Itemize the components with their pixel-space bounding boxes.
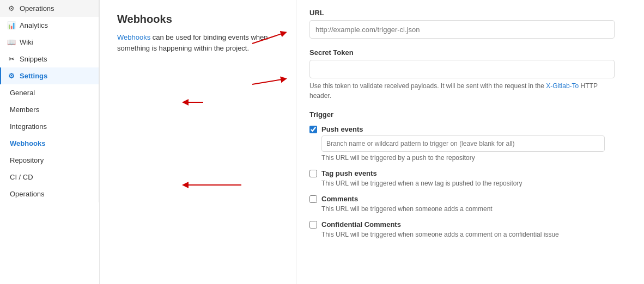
trigger-desc-tag-push-events: This URL will be triggered when a new ta… [321,180,631,187]
x-gitlab-link[interactable]: X-Gitlab-To [546,82,579,90]
webhooks-link[interactable]: Webhooks [117,33,150,41]
sidebar-item-members[interactable]: Members [0,101,99,118]
trigger-name-tag-push-events: Tag push events [321,169,377,177]
trigger-checkbox-push-events[interactable] [309,126,317,133]
sidebar-label-snippets: Snippets [20,55,47,63]
sidebar-label-members: Members [10,106,39,114]
trigger-checkbox-tag-push-events[interactable] [309,170,317,177]
url-input[interactable] [309,20,615,39]
sidebar-icon-settings: ⚙ [8,72,15,80]
secret-token-label: Secret Token [309,48,631,57]
sidebar-label-analytics: Analytics [20,21,48,29]
trigger-row-confidential-comments: Confidential Comments [309,220,631,229]
trigger-checkbox-confidential-comments[interactable] [309,221,317,229]
trigger-name-confidential-comments: Confidential Comments [321,220,401,229]
sidebar-item-operations-top[interactable]: ⚙Operations [0,0,99,17]
sidebar-icon-analytics: 📊 [8,22,15,29]
sidebar-icon-operations-top: ⚙ [8,5,15,13]
secret-token-form-group: Secret Token Use this token to validate … [309,48,631,101]
sidebar-label-repository: Repository [10,156,44,164]
sidebar: ⚙Operations📊Analytics📖Wiki✂Snippets⚙Sett… [0,0,99,284]
page-title: Webhooks [117,13,278,26]
svg-line-4 [252,79,285,84]
page-description: Webhooks can be used for binding events … [117,32,278,53]
secret-token-input[interactable] [309,60,615,78]
url-input-wrapper [309,20,631,39]
sidebar-icon-snippets: ✂ [8,55,15,63]
trigger-desc-confidential-comments: This URL will be triggered when someone … [321,231,631,238]
sidebar-item-snippets[interactable]: ✂Snippets [0,51,99,67]
sidebar-icon-wiki: 📖 [8,39,15,46]
trigger-checkbox-comments[interactable] [309,195,317,203]
sidebar-item-webhooks[interactable]: Webhooks [0,135,99,152]
trigger-desc-push-events: This URL will be triggered by a push to … [321,154,631,162]
trigger-row-push-events: Push events [309,125,631,133]
secret-token-hint: Use this token to validate received payl… [309,81,615,101]
trigger-form-group: Trigger Push eventsThis URL will be trig… [309,110,631,238]
trigger-section-label: Trigger [309,110,631,119]
sidebar-label-general: General [10,89,35,97]
sidebar-label-operations-bottom: Operations [10,190,45,198]
trigger-desc-comments: This URL will be triggered when someone … [321,205,631,213]
trigger-item-comments: CommentsThis URL will be triggered when … [309,195,631,213]
trigger-name-comments: Comments [321,195,358,203]
sidebar-item-wiki[interactable]: 📖Wiki [0,34,99,51]
trigger-branch-input-push-events[interactable] [321,135,605,152]
trigger-name-push-events: Push events [321,125,363,133]
sidebar-label-integrations: Integrations [10,122,47,131]
sidebar-item-integrations[interactable]: Integrations [0,118,99,135]
sidebar-label-wiki: Wiki [20,38,33,46]
trigger-item-confidential-comments: Confidential CommentsThis URL will be tr… [309,220,631,238]
sidebar-item-settings[interactable]: ⚙Settings [0,67,99,84]
sidebar-label-operations-top: Operations [20,4,54,13]
url-label: URL [309,9,631,17]
sidebar-item-operations-bottom[interactable]: Operations [0,186,99,202]
right-panel: URL Secret Token Use this token to valid… [296,0,644,284]
trigger-row-comments: Comments [309,195,631,203]
sidebar-label-ci-cd: CI / CD [10,173,33,181]
main-content: Webhooks Webhooks can be used for bindin… [100,0,644,284]
sidebar-item-repository[interactable]: Repository [0,152,99,169]
url-form-group: URL [309,9,631,39]
trigger-list: Push eventsThis URL will be triggered by… [309,125,631,238]
trigger-item-push-events: Push eventsThis URL will be triggered by… [309,125,631,162]
sidebar-label-settings: Settings [20,72,47,80]
sidebar-item-ci-cd[interactable]: CI / CD [0,169,99,186]
trigger-row-tag-push-events: Tag push events [309,169,631,177]
trigger-item-tag-push-events: Tag push eventsThis URL will be triggere… [309,169,631,187]
left-panel: Webhooks Webhooks can be used for bindin… [100,0,296,284]
sidebar-item-general[interactable]: General [0,84,99,101]
sidebar-item-analytics[interactable]: 📊Analytics [0,17,99,34]
sidebar-label-webhooks: Webhooks [10,139,46,147]
